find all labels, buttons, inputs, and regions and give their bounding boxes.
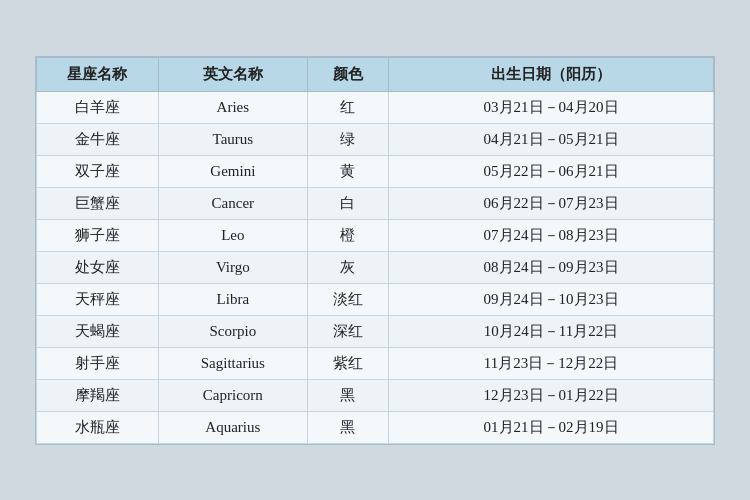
zodiac-table: 星座名称 英文名称 颜色 出生日期（阳历） 白羊座Aries红03月21日－04… [36,57,714,444]
cell-color: 黄 [307,155,388,187]
table-row: 天蝎座Scorpio深红10月24日－11月22日 [37,315,714,347]
cell-chinese: 天蝎座 [37,315,159,347]
cell-english: Capricorn [158,379,307,411]
zodiac-table-container: 星座名称 英文名称 颜色 出生日期（阳历） 白羊座Aries红03月21日－04… [35,56,715,445]
cell-english: Leo [158,219,307,251]
cell-color: 深红 [307,315,388,347]
header-chinese: 星座名称 [37,57,159,91]
cell-chinese: 金牛座 [37,123,159,155]
cell-color: 淡红 [307,283,388,315]
table-body: 白羊座Aries红03月21日－04月20日金牛座Taurus绿04月21日－0… [37,91,714,443]
table-header-row: 星座名称 英文名称 颜色 出生日期（阳历） [37,57,714,91]
cell-chinese: 狮子座 [37,219,159,251]
cell-chinese: 双子座 [37,155,159,187]
cell-english: Aquarius [158,411,307,443]
cell-date: 04月21日－05月21日 [389,123,714,155]
cell-chinese: 射手座 [37,347,159,379]
table-row: 狮子座Leo橙07月24日－08月23日 [37,219,714,251]
table-row: 射手座Sagittarius紫红11月23日－12月22日 [37,347,714,379]
cell-date: 08月24日－09月23日 [389,251,714,283]
cell-date: 01月21日－02月19日 [389,411,714,443]
header-color: 颜色 [307,57,388,91]
table-row: 水瓶座Aquarius黑01月21日－02月19日 [37,411,714,443]
cell-chinese: 处女座 [37,251,159,283]
cell-english: Cancer [158,187,307,219]
table-row: 金牛座Taurus绿04月21日－05月21日 [37,123,714,155]
cell-english: Taurus [158,123,307,155]
cell-date: 11月23日－12月22日 [389,347,714,379]
table-row: 双子座Gemini黄05月22日－06月21日 [37,155,714,187]
cell-chinese: 巨蟹座 [37,187,159,219]
cell-date: 03月21日－04月20日 [389,91,714,123]
cell-date: 10月24日－11月22日 [389,315,714,347]
cell-color: 紫红 [307,347,388,379]
cell-english: Scorpio [158,315,307,347]
cell-color: 黑 [307,379,388,411]
cell-color: 白 [307,187,388,219]
cell-english: Libra [158,283,307,315]
cell-date: 07月24日－08月23日 [389,219,714,251]
cell-color: 灰 [307,251,388,283]
cell-date: 06月22日－07月23日 [389,187,714,219]
cell-date: 09月24日－10月23日 [389,283,714,315]
cell-english: Gemini [158,155,307,187]
header-date: 出生日期（阳历） [389,57,714,91]
cell-english: Virgo [158,251,307,283]
table-row: 摩羯座Capricorn黑12月23日－01月22日 [37,379,714,411]
cell-chinese: 天秤座 [37,283,159,315]
cell-color: 橙 [307,219,388,251]
table-row: 白羊座Aries红03月21日－04月20日 [37,91,714,123]
cell-chinese: 白羊座 [37,91,159,123]
cell-color: 红 [307,91,388,123]
cell-color: 黑 [307,411,388,443]
cell-english: Sagittarius [158,347,307,379]
header-english: 英文名称 [158,57,307,91]
table-row: 天秤座Libra淡红09月24日－10月23日 [37,283,714,315]
cell-date: 12月23日－01月22日 [389,379,714,411]
cell-color: 绿 [307,123,388,155]
cell-date: 05月22日－06月21日 [389,155,714,187]
cell-english: Aries [158,91,307,123]
table-row: 巨蟹座Cancer白06月22日－07月23日 [37,187,714,219]
table-row: 处女座Virgo灰08月24日－09月23日 [37,251,714,283]
cell-chinese: 摩羯座 [37,379,159,411]
cell-chinese: 水瓶座 [37,411,159,443]
